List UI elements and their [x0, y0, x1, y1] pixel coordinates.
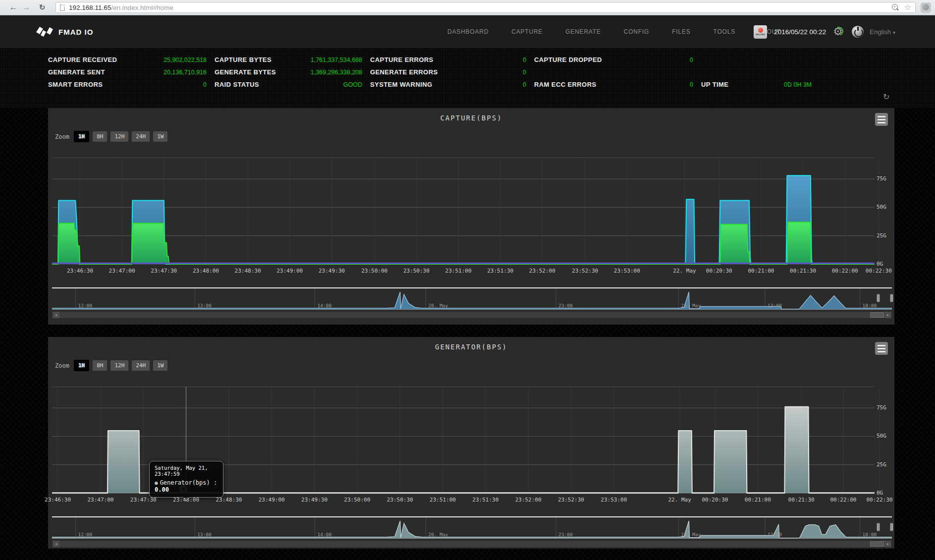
- browser-extension-icon[interactable]: [921, 2, 931, 13]
- zoom-button-12h[interactable]: 12H: [110, 131, 128, 142]
- x-axis-label: 00:21:00: [748, 268, 774, 274]
- scrollbar-left-arrow[interactable]: ◂: [53, 541, 59, 547]
- record-button[interactable]: RECORD: [754, 25, 767, 39]
- zoom-controls: Zoom 1H8H12H24H1W: [55, 360, 171, 371]
- navigator-label: 12:00: [78, 532, 92, 537]
- zoom-button-1w[interactable]: 1W: [153, 360, 167, 371]
- nav-item-generate[interactable]: GENERATE: [554, 28, 612, 35]
- nav-item-tools[interactable]: TOOLS: [702, 28, 747, 35]
- stat-up-time: UP TIME0D 0H 3M: [701, 78, 894, 91]
- nav-item-capture[interactable]: CAPTURE: [500, 28, 554, 35]
- x-axis-label: 00:20:30: [706, 268, 732, 274]
- stat-value: 1,761,337,534,688: [311, 56, 362, 63]
- x-axis-label: 23:49:00: [259, 497, 285, 503]
- zoom-button-1w[interactable]: 1W: [153, 131, 167, 142]
- zoom-in-page-icon[interactable]: [891, 4, 898, 11]
- bookmark-star-icon[interactable]: ☆: [904, 4, 911, 11]
- x-axis-label: 00:20:30: [702, 497, 728, 503]
- zoom-button-1h[interactable]: 1H: [74, 360, 89, 371]
- zoom-button-1h[interactable]: 1H: [74, 131, 89, 142]
- record-label: RECORD: [756, 33, 765, 36]
- scrollbar-left-arrow[interactable]: ◂: [53, 312, 59, 318]
- navigator-label: 14:00: [318, 303, 332, 308]
- stat-label: UP TIME: [701, 81, 784, 88]
- chart-navigator[interactable]: 12:0013:0014:0020. May23:0021. May13:001…: [52, 517, 892, 539]
- zoom-button-8h[interactable]: 8H: [93, 131, 107, 142]
- stat-label: RAID STATUS: [215, 81, 259, 88]
- y-axis-label: 75G: [877, 404, 893, 411]
- x-axis-label: 23:50:30: [387, 497, 413, 503]
- zoom-button-12h[interactable]: 12H: [110, 360, 128, 371]
- chart-title: GENERATOR(BPS): [48, 343, 894, 351]
- stat-smart-errors: SMART ERRORS0: [48, 78, 215, 91]
- language-selector[interactable]: English▾: [870, 28, 895, 36]
- tooltip-date: Saturday, May 21, 23:47:59: [155, 465, 218, 477]
- navigator-label: 13:00: [768, 303, 782, 308]
- power-button[interactable]: [852, 26, 864, 38]
- chart-navigator[interactable]: 12:0013:0014:0020. May23:0021. May13:001…: [52, 288, 892, 310]
- chart-menu-button[interactable]: [875, 342, 888, 355]
- scrollbar-thumb[interactable]: [870, 541, 884, 547]
- x-axis-label: 23:52:30: [558, 497, 584, 503]
- browser-reload-button[interactable]: ↻: [36, 2, 49, 12]
- scrollbar-right-arrow[interactable]: ▸: [884, 312, 891, 318]
- x-axis-label: 23:50:00: [344, 497, 370, 503]
- stat-label: GENERATE ERRORS: [370, 68, 438, 76]
- x-axis-label: 23:53:00: [601, 497, 627, 503]
- navigator-label: 23:00: [558, 303, 573, 308]
- navigator-label: 20. May: [428, 303, 448, 308]
- navigator-handle-left[interactable]: [877, 523, 880, 531]
- navigator-label: 14:00: [318, 532, 332, 537]
- navigator-label: 13:00: [197, 303, 212, 308]
- zoom-button-8h[interactable]: 8H: [93, 360, 107, 371]
- stat-value: 0: [690, 81, 693, 88]
- brand[interactable]: FMAD IO: [36, 26, 93, 38]
- navigator-handle-right[interactable]: [890, 523, 893, 531]
- x-axis-label: 23:51:00: [430, 497, 456, 503]
- chart-plot-area[interactable]: [52, 158, 875, 264]
- zoom-button-24h[interactable]: 24H: [132, 131, 150, 142]
- navigator-label: 23:00: [558, 532, 573, 537]
- chart-scrollbar[interactable]: ◂ ▸: [52, 311, 892, 319]
- stats-grid: CAPTURE RECEIVED25,902,022,518CAPTURE BY…: [48, 54, 894, 91]
- hamburger-icon: [878, 345, 885, 352]
- navigator-label: 13:00: [197, 532, 212, 537]
- navigator-handle-right[interactable]: [890, 294, 893, 302]
- x-axis-label: 00:22:30: [866, 497, 892, 503]
- stat-label: CAPTURE RECEIVED: [48, 56, 117, 63]
- nav-right-cluster: RECORD 2016/05/22 00:22 ⚙ English▾: [754, 15, 895, 48]
- scrollbar-thumb[interactable]: [870, 312, 884, 318]
- navigator-handle-left[interactable]: [877, 294, 880, 302]
- browser-forward-button[interactable]: →: [20, 2, 33, 12]
- record-icon: [758, 28, 763, 33]
- refresh-dashboard-icon[interactable]: ↻: [883, 92, 889, 102]
- navigator-label: 20. May: [428, 532, 448, 537]
- tooltip-series-line: ●Generator(bps) : 0.00: [155, 479, 218, 493]
- navigator-label: 21. May: [681, 303, 701, 308]
- browser-back-button[interactable]: ←: [7, 2, 20, 12]
- x-axis-label: 23:47:30: [130, 497, 157, 503]
- nav-item-dashboard[interactable]: DASHBOARD: [436, 28, 500, 35]
- nav-menu: DASHBOARDCAPTUREGENERATECONFIGFILESTOOLS…: [436, 15, 792, 48]
- generator-chart-panel: GENERATOR(BPS) Zoom 1H8H12H24H1W Saturda…: [48, 337, 894, 549]
- nav-item-files[interactable]: FILES: [660, 28, 702, 35]
- stat-empty-cell: [701, 54, 894, 66]
- chart-scrollbar[interactable]: ◂ ▸: [52, 540, 892, 548]
- nav-item-config[interactable]: CONFIG: [612, 28, 660, 35]
- x-axis-label: 22. May: [668, 497, 691, 503]
- chart-plot-area[interactable]: Saturday, May 21, 23:47:59 ●Generator(bp…: [52, 387, 875, 493]
- chart-tooltip: Saturday, May 21, 23:47:59 ●Generator(bp…: [149, 461, 223, 498]
- x-axis-label: 23:49:30: [319, 268, 345, 274]
- scrollbar-right-arrow[interactable]: ▸: [884, 541, 891, 547]
- zoom-controls: Zoom 1H8H12H24H1W: [55, 131, 171, 142]
- x-axis-label: 00:21:30: [788, 497, 815, 503]
- address-bar[interactable]: 192.168.11.65/en.index.html#home ☆: [55, 2, 916, 13]
- y-axis-label: 0G: [877, 261, 893, 267]
- settings-gear-button[interactable]: ⚙: [833, 25, 846, 38]
- zoom-button-24h[interactable]: 24H: [132, 360, 150, 371]
- stat-label: SYSTEM WARNING: [370, 81, 433, 88]
- stat-generate-sent: GENERATE SENT20,136,710,916: [48, 66, 215, 78]
- chart-menu-button[interactable]: [875, 113, 888, 126]
- url-text[interactable]: 192.168.11.65/en.index.html#home: [69, 4, 891, 11]
- x-axis-label: 23:48:00: [193, 268, 219, 274]
